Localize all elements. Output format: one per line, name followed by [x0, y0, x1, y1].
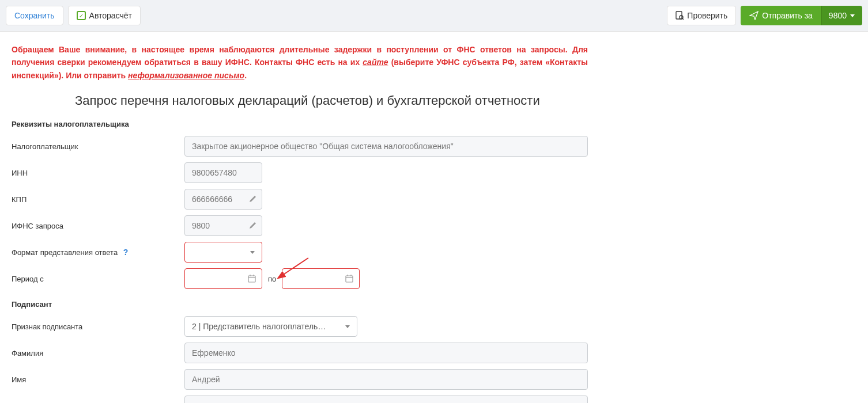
period-from-input[interactable] — [184, 268, 262, 289]
content: Обращаем Ваше внимание, в настоящее врем… — [0, 32, 599, 403]
send-button-group: Отправить за 9800 — [741, 6, 862, 25]
toolbar: Сохранить ✓ Авторасчёт Проверить Отправи… — [0, 0, 868, 32]
label-kpp: КПП — [12, 195, 184, 204]
alert-link-site[interactable]: сайте — [363, 58, 388, 67]
period-separator: по — [268, 275, 276, 283]
toolbar-right: Проверить Отправить за 9800 — [667, 6, 862, 25]
calendar-icon — [248, 275, 256, 283]
ifns-value: 9800 — [192, 221, 210, 230]
alert-link-letter[interactable]: неформализованное письмо — [128, 71, 244, 80]
svg-rect-7 — [346, 276, 353, 282]
inn-input[interactable] — [184, 162, 262, 183]
alert-message: Обращаем Ваше внимание, в настоящее врем… — [12, 43, 588, 82]
send-button[interactable]: Отправить за — [741, 6, 821, 25]
format-select[interactable] — [184, 242, 262, 263]
label-format: Формат представления ответа ? — [12, 248, 184, 257]
send-code-dropdown[interactable]: 9800 — [821, 6, 862, 25]
send-code: 9800 — [829, 11, 847, 20]
send-label: Отправить за — [762, 11, 813, 20]
label-ifns: ИФНС запроса — [12, 222, 184, 230]
svg-rect-3 — [248, 276, 255, 282]
label-inn: ИНН — [12, 169, 184, 177]
label-taxpayer: Налогоплательщик — [12, 142, 184, 151]
period-to-input[interactable] — [282, 268, 360, 289]
label-signer-type: Признак подписанта — [12, 322, 184, 331]
checkmark-icon: ✓ — [77, 11, 86, 20]
check-button[interactable]: Проверить — [667, 6, 736, 25]
kpp-input-wrap[interactable]: 666666666 — [184, 189, 262, 210]
chevron-down-icon — [345, 325, 350, 328]
label-period: Период c — [12, 275, 184, 283]
pencil-icon — [249, 196, 256, 203]
chevron-down-icon — [250, 251, 255, 254]
middle-name-input[interactable] — [184, 396, 588, 403]
section-signer: Подписант — [12, 300, 588, 309]
label-first-name: Имя — [12, 375, 184, 384]
last-name-input[interactable] — [184, 343, 588, 363]
page-title: Запрос перечня налоговых деклараций (рас… — [75, 93, 588, 108]
ifns-input-wrap[interactable]: 9800 — [184, 215, 262, 236]
save-button[interactable]: Сохранить — [6, 6, 63, 25]
autocalc-button[interactable]: ✓ Авторасчёт — [68, 6, 141, 25]
alert-text-3: . — [244, 71, 247, 80]
help-icon[interactable]: ? — [121, 248, 130, 257]
signer-type-select[interactable]: 2 | Представитель налогоплатель… — [184, 316, 357, 337]
check-label: Проверить — [687, 11, 727, 20]
first-name-input[interactable] — [184, 369, 588, 390]
send-icon — [749, 11, 758, 20]
kpp-value: 666666666 — [192, 195, 232, 204]
document-search-icon — [675, 11, 684, 20]
autocalc-label: Авторасчёт — [89, 11, 132, 20]
taxpayer-input[interactable] — [184, 136, 588, 157]
calendar-icon — [345, 275, 353, 283]
label-format-text: Формат представления ответа — [12, 248, 118, 257]
signer-type-value: 2 | Представитель налогоплатель… — [192, 322, 326, 331]
chevron-down-icon — [850, 14, 855, 17]
svg-line-2 — [682, 18, 684, 20]
period-wrap: по — [184, 268, 588, 289]
pencil-icon — [249, 222, 256, 229]
section-taxpayer: Реквизиты налогоплательщика — [12, 120, 588, 128]
label-last-name: Фамилия — [12, 349, 184, 358]
toolbar-left: Сохранить ✓ Авторасчёт — [6, 6, 141, 25]
